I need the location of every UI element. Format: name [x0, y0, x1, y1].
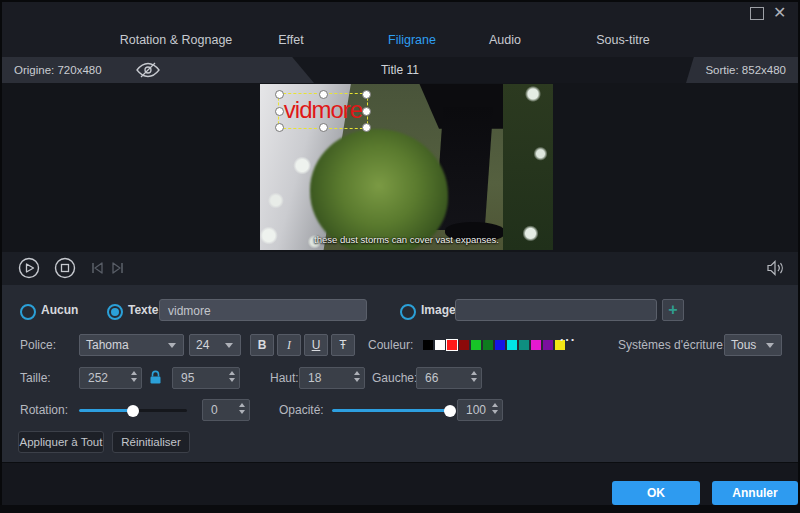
- height-stepper[interactable]: 95: [172, 367, 240, 389]
- rotation-thumb[interactable]: [127, 405, 139, 417]
- cancel-button[interactable]: Annuler: [712, 481, 798, 505]
- width-value: 252: [88, 371, 108, 385]
- opacity-fill: [332, 409, 450, 412]
- clip-title: Title 11: [2, 57, 798, 83]
- rotation-label: Rotation:: [20, 399, 68, 421]
- gauche-label: Gauche:: [372, 367, 417, 389]
- color-swatch[interactable]: [507, 340, 517, 350]
- watermark-dialog: ✕ Rotation & Rognage Effet Filigrane Aud…: [0, 0, 800, 513]
- radio-aucun-label[interactable]: Aucun: [41, 299, 78, 321]
- tab-sous-titre[interactable]: Sous-titre: [590, 26, 656, 57]
- color-swatch[interactable]: [471, 340, 481, 350]
- strikethrough-button[interactable]: Ŧ: [331, 334, 355, 356]
- resize-handle[interactable]: [319, 90, 328, 99]
- resize-handle[interactable]: [319, 123, 328, 132]
- opacite-label: Opacité:: [279, 399, 324, 421]
- resize-handle[interactable]: [275, 107, 284, 116]
- preview-header: Origine: 720x480 Title 11 Sortie: 852x48…: [2, 57, 798, 83]
- resize-handle[interactable]: [275, 90, 284, 99]
- color-swatch[interactable]: [531, 340, 541, 350]
- radio-texte-label[interactable]: Texte: [128, 299, 158, 321]
- resize-handle[interactable]: [275, 123, 284, 132]
- maximize-icon[interactable]: [750, 7, 764, 20]
- color-swatch[interactable]: [459, 340, 469, 350]
- script-system-label: Systèmes d'écriture:: [618, 334, 726, 356]
- chevron-down-icon: [168, 343, 176, 348]
- subtitle-text: these dust storms can cover vast expanse…: [260, 234, 553, 245]
- output-size-label: Sortie: 852x480: [705, 64, 786, 76]
- more-colors-button[interactable]: ···: [560, 332, 576, 347]
- opacity-slider[interactable]: [332, 409, 450, 412]
- stepper-arrows[interactable]: [239, 403, 245, 414]
- stepper-arrows[interactable]: [229, 371, 235, 382]
- rotation-stepper[interactable]: 0: [202, 399, 250, 421]
- bold-button[interactable]: B: [250, 334, 274, 356]
- font-size-value: 24: [196, 338, 209, 352]
- next-frame-button[interactable]: [110, 260, 126, 280]
- volume-icon[interactable]: [767, 260, 786, 280]
- color-swatch[interactable]: [423, 340, 433, 350]
- close-icon[interactable]: ✕: [773, 3, 786, 22]
- color-swatches: [423, 340, 565, 350]
- script-system-value: Tous: [731, 338, 756, 352]
- resize-handle[interactable]: [362, 123, 371, 132]
- watermark-controls-panel: Aucun Texte vidmore Image + Police: Taho…: [2, 285, 798, 462]
- stepper-arrows[interactable]: [354, 371, 360, 382]
- color-swatch[interactable]: [543, 340, 553, 350]
- add-image-button[interactable]: +: [662, 299, 684, 321]
- reset-button[interactable]: Réinitialiser: [112, 431, 190, 453]
- color-swatch[interactable]: [447, 340, 457, 350]
- stepper-arrows[interactable]: [131, 371, 137, 382]
- ok-button[interactable]: OK: [612, 481, 700, 505]
- police-label: Police:: [20, 334, 56, 356]
- radio-texte[interactable]: [107, 304, 123, 320]
- tab-effet[interactable]: Effet: [264, 26, 318, 57]
- apply-all-button[interactable]: Appliquer à Tout: [18, 431, 104, 453]
- tab-filigrane[interactable]: Filigrane: [381, 26, 443, 59]
- color-swatch[interactable]: [483, 340, 493, 350]
- footer-bar: OK Annuler: [2, 462, 798, 506]
- italic-button[interactable]: I: [277, 334, 301, 356]
- radio-image[interactable]: [400, 304, 416, 320]
- player-bar: 00:12:52.09 / 01:26:39.18: [2, 252, 798, 285]
- opacity-value: 100: [466, 403, 486, 417]
- watermark-text-input[interactable]: vidmore: [159, 299, 367, 321]
- video-content-foliage: [503, 84, 553, 250]
- watermark-text[interactable]: vidmore: [279, 96, 367, 124]
- image-path-input[interactable]: [455, 299, 657, 321]
- color-swatch[interactable]: [495, 340, 505, 350]
- font-size-select[interactable]: 24: [189, 334, 241, 356]
- color-swatch[interactable]: [519, 340, 529, 350]
- width-stepper[interactable]: 252: [79, 367, 142, 389]
- taille-label: Taille:: [20, 367, 51, 389]
- tab-rotation-rognage[interactable]: Rotation & Rognage: [112, 26, 240, 57]
- top-stepper[interactable]: 18: [299, 367, 365, 389]
- haut-label: Haut:: [270, 367, 299, 389]
- window-bottom-edge: [0, 505, 800, 513]
- chevron-down-icon: [766, 343, 774, 348]
- output-panel: Sortie: 852x480: [686, 57, 798, 83]
- left-stepper[interactable]: 66: [416, 367, 482, 389]
- lock-ratio-icon[interactable]: [149, 370, 162, 389]
- prev-frame-button[interactable]: [89, 260, 105, 280]
- chevron-down-icon: [225, 343, 233, 348]
- rotation-slider[interactable]: [79, 409, 187, 412]
- rotation-fill: [79, 409, 133, 412]
- underline-button[interactable]: U: [304, 334, 328, 356]
- color-swatch[interactable]: [435, 340, 445, 350]
- watermark-box[interactable]: vidmore: [278, 93, 368, 129]
- script-system-select[interactable]: Tous: [724, 334, 782, 356]
- stop-button[interactable]: [54, 257, 76, 283]
- resize-handle[interactable]: [362, 107, 371, 116]
- play-button[interactable]: [18, 257, 40, 283]
- stepper-arrows[interactable]: [492, 403, 498, 414]
- opacity-stepper[interactable]: 100: [457, 399, 503, 421]
- font-family-select[interactable]: Tahoma: [79, 334, 184, 356]
- tab-audio[interactable]: Audio: [480, 26, 530, 57]
- stepper-arrows[interactable]: [471, 371, 477, 382]
- radio-image-label[interactable]: Image: [421, 299, 456, 321]
- resize-handle[interactable]: [362, 90, 371, 99]
- couleur-label: Couleur:: [368, 334, 413, 356]
- radio-aucun[interactable]: [20, 304, 36, 320]
- opacity-thumb[interactable]: [444, 405, 456, 417]
